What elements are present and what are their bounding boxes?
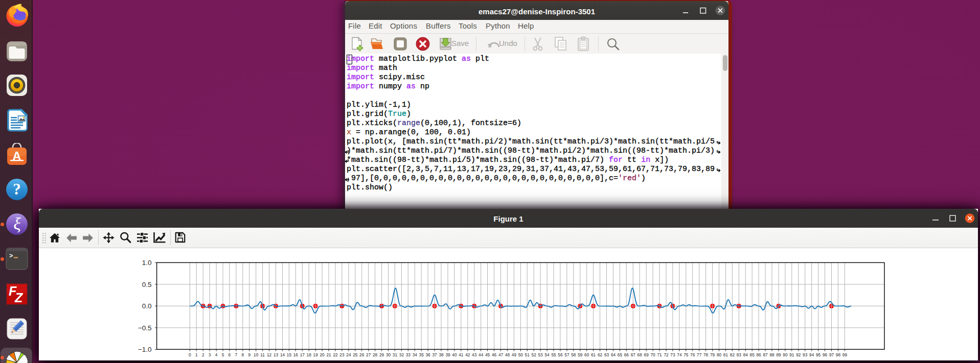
svg-text:9: 9 <box>248 352 250 357</box>
svg-text:85: 85 <box>750 352 755 357</box>
svg-text:12: 12 <box>267 352 272 357</box>
svg-text:1.0: 1.0 <box>142 259 152 267</box>
svg-text:57: 57 <box>564 352 569 357</box>
svg-text:86: 86 <box>756 352 761 357</box>
svg-text:25: 25 <box>353 352 358 357</box>
svg-text:33: 33 <box>406 352 411 357</box>
svg-text:72: 72 <box>664 352 669 357</box>
svg-text:36: 36 <box>425 352 430 357</box>
svg-text:ξ: ξ <box>13 214 21 233</box>
svg-text:29: 29 <box>379 352 384 357</box>
svg-text:49: 49 <box>512 352 517 357</box>
svg-text:76: 76 <box>690 352 695 357</box>
svg-text:40: 40 <box>452 352 457 357</box>
svg-text:82: 82 <box>730 352 735 357</box>
svg-text:0.0: 0.0 <box>142 302 152 310</box>
svg-text:22: 22 <box>333 352 338 357</box>
svg-text:?: ? <box>13 180 21 198</box>
svg-text:43: 43 <box>472 352 477 357</box>
svg-text:5: 5 <box>222 352 224 357</box>
svg-text:61: 61 <box>591 352 596 357</box>
svg-text:1: 1 <box>195 352 198 357</box>
svg-text:6: 6 <box>229 352 231 357</box>
svg-text:34: 34 <box>413 352 418 357</box>
svg-text:11: 11 <box>260 352 265 357</box>
svg-text:21: 21 <box>326 352 331 357</box>
svg-text:63: 63 <box>604 352 609 357</box>
svg-text:31: 31 <box>393 352 398 357</box>
svg-text:54: 54 <box>544 352 550 357</box>
svg-text:50: 50 <box>518 352 523 357</box>
svg-text:71: 71 <box>657 352 662 357</box>
svg-text:99: 99 <box>842 352 848 357</box>
svg-text:28: 28 <box>373 352 378 357</box>
svg-text:−0.5: −0.5 <box>138 324 152 332</box>
svg-text:30: 30 <box>386 352 391 357</box>
svg-text:69: 69 <box>644 352 649 357</box>
svg-text:41: 41 <box>459 352 464 357</box>
svg-text:64: 64 <box>611 352 616 357</box>
svg-text:53: 53 <box>538 352 543 357</box>
svg-text:58: 58 <box>571 352 576 357</box>
svg-text:98: 98 <box>836 352 841 357</box>
svg-text:0: 0 <box>189 352 191 357</box>
svg-text:45: 45 <box>485 352 490 357</box>
svg-text:55: 55 <box>551 352 556 357</box>
svg-text:97: 97 <box>829 352 834 357</box>
svg-text:95: 95 <box>816 352 821 357</box>
svg-text:37: 37 <box>432 352 437 357</box>
svg-text:38: 38 <box>439 352 444 357</box>
svg-text:14: 14 <box>280 352 285 357</box>
svg-text:65: 65 <box>618 352 623 357</box>
svg-text:39: 39 <box>445 352 450 357</box>
svg-text:20: 20 <box>320 352 325 357</box>
svg-text:91: 91 <box>789 352 794 357</box>
svg-text:84: 84 <box>743 352 748 357</box>
svg-text:83: 83 <box>737 352 742 357</box>
svg-text:47: 47 <box>498 352 504 357</box>
svg-text:60: 60 <box>584 352 589 357</box>
svg-text:92: 92 <box>796 352 801 357</box>
svg-text:66: 66 <box>624 352 629 357</box>
svg-text:10: 10 <box>254 352 259 357</box>
svg-text:32: 32 <box>399 352 404 357</box>
svg-text:0.5: 0.5 <box>142 281 152 288</box>
svg-text:94: 94 <box>809 352 814 357</box>
svg-text:15: 15 <box>287 352 292 357</box>
svg-text:70: 70 <box>650 352 655 357</box>
svg-text:56: 56 <box>558 352 563 357</box>
svg-text:81: 81 <box>723 352 728 357</box>
svg-text:4: 4 <box>215 352 218 357</box>
svg-text:74: 74 <box>677 352 682 357</box>
svg-text:48: 48 <box>505 352 510 357</box>
svg-text:18: 18 <box>307 352 312 357</box>
svg-text:93: 93 <box>803 352 808 357</box>
svg-text:35: 35 <box>419 352 424 357</box>
svg-text:46: 46 <box>492 352 497 357</box>
svg-text:−1.0: −1.0 <box>138 346 152 353</box>
svg-text:27: 27 <box>366 352 371 357</box>
svg-text:7: 7 <box>235 352 238 357</box>
svg-text:62: 62 <box>598 352 603 357</box>
svg-text:Z: Z <box>14 291 24 305</box>
svg-text:19: 19 <box>313 352 318 357</box>
svg-text:79: 79 <box>710 352 715 357</box>
svg-text:8: 8 <box>241 352 244 357</box>
svg-text:44: 44 <box>478 352 484 357</box>
svg-text:23: 23 <box>339 352 345 357</box>
svg-text:90: 90 <box>783 352 788 357</box>
svg-text:87: 87 <box>763 352 768 357</box>
svg-text:16: 16 <box>293 352 299 357</box>
svg-text:89: 89 <box>776 352 781 357</box>
svg-text:80: 80 <box>717 352 722 357</box>
svg-text:51: 51 <box>525 352 530 357</box>
svg-text:26: 26 <box>359 352 364 357</box>
svg-text:75: 75 <box>683 352 689 357</box>
svg-text:73: 73 <box>670 352 675 357</box>
svg-text:24: 24 <box>346 352 351 357</box>
svg-text:78: 78 <box>703 352 709 357</box>
svg-text:2: 2 <box>202 352 204 357</box>
svg-text:67: 67 <box>631 352 636 357</box>
svg-text:77: 77 <box>697 352 702 357</box>
svg-text:96: 96 <box>823 352 828 357</box>
